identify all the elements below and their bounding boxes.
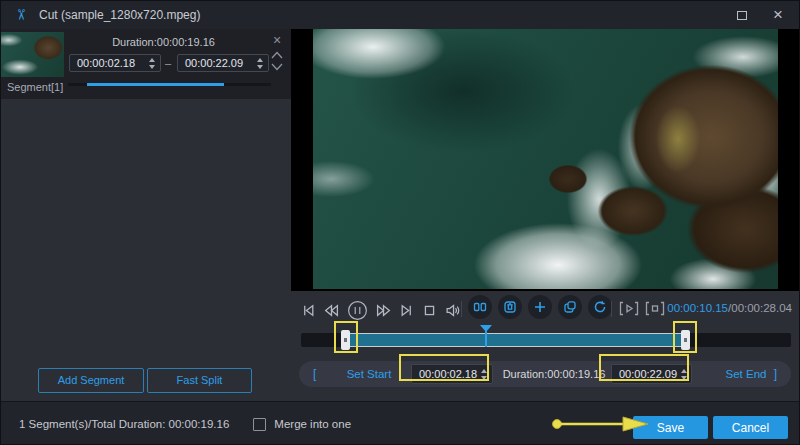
remove-segment-icon[interactable]: × bbox=[269, 33, 285, 47]
add-segment-button[interactable]: Add Segment bbox=[38, 368, 144, 393]
fast-forward-icon[interactable] bbox=[376, 303, 391, 318]
separator bbox=[461, 301, 462, 317]
video-preview[interactable] bbox=[291, 29, 800, 291]
move-up-icon[interactable] bbox=[271, 51, 283, 59]
preview-area: 00:00:10.15/00:00:28.04 [ Set Start 00:0… bbox=[291, 29, 800, 401]
volume-icon[interactable] bbox=[445, 303, 461, 318]
segment-progress-track[interactable] bbox=[68, 83, 271, 86]
transport-controls bbox=[301, 298, 461, 322]
titlebar: ✂ Cut (sample_1280x720.mpeg) × bbox=[1, 1, 799, 29]
open-bracket: [ bbox=[313, 367, 316, 381]
scissors-icon: ✂ bbox=[12, 9, 30, 22]
video-frame[interactable] bbox=[313, 29, 778, 289]
stepper-down-icon[interactable] bbox=[149, 65, 155, 69]
stepper-down-icon[interactable] bbox=[257, 65, 263, 69]
annotation-arrow bbox=[547, 413, 651, 435]
time-display: 00:00:10.15/00:00:28.04 bbox=[667, 302, 792, 314]
separator bbox=[611, 301, 612, 317]
pause-icon[interactable] bbox=[347, 300, 368, 321]
merge-checkbox[interactable] bbox=[253, 418, 266, 431]
set-start-button[interactable]: Set Start bbox=[334, 368, 404, 380]
close-button[interactable]: × bbox=[761, 1, 795, 29]
reset-icon[interactable] bbox=[588, 295, 612, 319]
segment-end-value: 00:00:22.09 bbox=[178, 57, 253, 69]
timeline-playhead[interactable] bbox=[480, 325, 492, 348]
fast-split-button[interactable]: Fast Split bbox=[147, 368, 252, 393]
cut-dialog: ✂ Cut (sample_1280x720.mpeg) × Segment[1… bbox=[0, 0, 800, 445]
range-separator: – bbox=[165, 57, 171, 69]
add-segment-tool-button[interactable] bbox=[528, 295, 552, 319]
current-time: 00:00:10.15 bbox=[667, 302, 728, 314]
stop-segment-button[interactable] bbox=[645, 301, 665, 316]
close-icon: × bbox=[773, 5, 783, 25]
annotation-box-start-handle bbox=[334, 321, 358, 353]
segment-progress-fill bbox=[87, 83, 224, 86]
stepper-up-icon[interactable] bbox=[257, 58, 263, 62]
stop-icon[interactable] bbox=[422, 303, 437, 318]
copy-segment-button[interactable] bbox=[558, 295, 582, 319]
segment-list-panel: Segment[1] Duration:00:00:19.16 00:00:02… bbox=[1, 29, 291, 401]
segment-label: Segment[1] bbox=[7, 81, 63, 93]
play-segment-button[interactable] bbox=[619, 301, 639, 316]
segment-end-stepper[interactable] bbox=[257, 58, 263, 69]
annotation-box-end-handle bbox=[673, 321, 697, 353]
segment-thumbnail[interactable] bbox=[1, 32, 64, 77]
segment-start-input[interactable]: 00:00:02.18 bbox=[69, 54, 161, 72]
timeline bbox=[301, 325, 791, 365]
segment-duration-label: Duration:00:00:19.16 bbox=[66, 36, 261, 48]
segment-start-value: 00:00:02.18 bbox=[70, 57, 145, 69]
window-title: Cut (sample_1280x720.mpeg) bbox=[39, 8, 200, 22]
footer-bar: 1 Segment(s)/Total Duration: 00:00:19.16… bbox=[1, 401, 800, 445]
annotation-box-start-input bbox=[399, 354, 489, 381]
delete-segment-button[interactable] bbox=[498, 295, 522, 319]
stepper-up-icon[interactable] bbox=[149, 58, 155, 62]
timeline-selection[interactable] bbox=[349, 333, 683, 347]
segment-tools bbox=[468, 295, 612, 319]
merge-label[interactable]: Merge into one bbox=[274, 418, 351, 430]
segment-start-stepper[interactable] bbox=[149, 58, 155, 69]
cancel-button[interactable]: Cancel bbox=[713, 416, 788, 439]
segment-end-input[interactable]: 00:00:22.09 bbox=[177, 54, 269, 72]
annotation-box-end-input bbox=[599, 354, 689, 381]
maximize-icon bbox=[737, 11, 747, 20]
skip-next-icon[interactable] bbox=[399, 303, 414, 318]
move-down-icon[interactable] bbox=[271, 63, 283, 71]
trim-duration-label: Duration:00:00:19.16 bbox=[502, 368, 606, 380]
trim-bar: [ Set Start 00:00:02.18 Duration:00:00:1… bbox=[299, 361, 791, 387]
rewind-icon[interactable] bbox=[324, 303, 339, 318]
total-time: 00:00:28.04 bbox=[731, 302, 792, 314]
close-bracket: ] bbox=[774, 367, 777, 381]
segment-summary: 1 Segment(s)/Total Duration: 00:00:19.16 bbox=[19, 418, 229, 430]
segment-card[interactable]: Segment[1] Duration:00:00:19.16 00:00:02… bbox=[1, 29, 291, 99]
maximize-button[interactable] bbox=[725, 1, 759, 29]
skip-previous-icon[interactable] bbox=[301, 303, 316, 318]
split-segment-button[interactable] bbox=[468, 295, 492, 319]
set-end-button[interactable]: Set End bbox=[711, 368, 781, 380]
